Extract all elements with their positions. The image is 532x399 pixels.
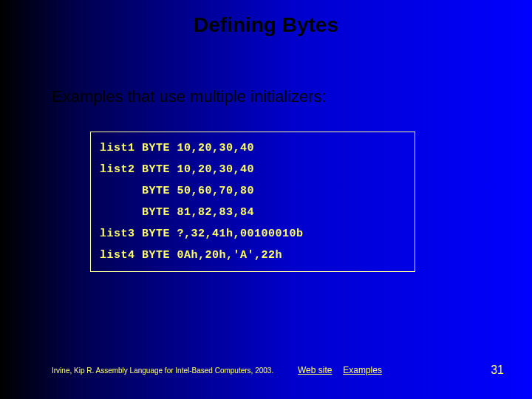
code-line: list3 BYTE ?,32,41h,00100010b xyxy=(100,228,406,239)
footer: Irvine, Kip R. Assembly Language for Int… xyxy=(52,365,382,375)
code-line: BYTE 50,60,70,80 xyxy=(100,185,406,197)
code-line: list4 BYTE 0Ah,20h,'A',22h xyxy=(100,250,406,261)
code-box: list1 BYTE 10,20,30,40 list2 BYTE 10,20,… xyxy=(90,132,415,272)
code-line: list2 BYTE 10,20,30,40 xyxy=(100,164,406,175)
code-line: BYTE 81,82,83,84 xyxy=(100,207,406,218)
page-number: 31 xyxy=(491,364,504,377)
slide-subtitle: Examples that use multiple initializers: xyxy=(52,87,327,106)
footer-credit: Irvine, Kip R. Assembly Language for Int… xyxy=(52,366,273,375)
examples-link[interactable]: Examples xyxy=(343,365,382,375)
website-link[interactable]: Web site xyxy=(298,365,332,375)
slide: Defining Bytes Examples that use multipl… xyxy=(0,0,532,399)
code-line: list1 BYTE 10,20,30,40 xyxy=(100,143,406,154)
slide-title: Defining Bytes xyxy=(0,13,532,37)
